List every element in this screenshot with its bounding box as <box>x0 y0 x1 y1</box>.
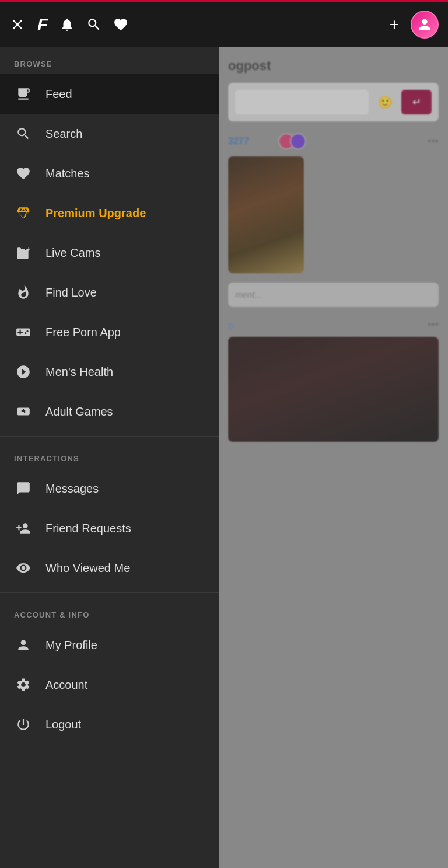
content-area: ogpost 🙂 ↵ 3277 rolex ••• ment... <box>219 47 448 868</box>
sidebar-item-messages[interactable]: Messages <box>0 469 219 508</box>
bell-icon[interactable] <box>60 17 75 32</box>
second-post-image <box>228 337 439 442</box>
comment-area[interactable]: ment... <box>228 283 439 307</box>
close-icon[interactable] <box>9 16 26 33</box>
sidebar-item-feed[interactable]: Feed <box>0 74 219 114</box>
divider-2 <box>0 592 219 593</box>
sidebar-item-whoviewed-label: Who Viewed Me <box>46 562 130 575</box>
main-layout: BROWSE Feed Search Matches <box>0 47 448 868</box>
sidebar-item-premium-label: Premium Upgrade <box>46 207 146 220</box>
sidebar-item-livecams[interactable]: Live Cams <box>0 233 219 273</box>
post-username: 3277 <box>228 136 249 147</box>
sidebar-item-findlove-label: Find Love <box>46 286 97 299</box>
sidebar-item-feed-label: Feed <box>46 88 72 101</box>
sidebar-item-myprofile-label: My Profile <box>46 639 97 652</box>
avatar[interactable] <box>411 11 439 39</box>
sidebar-item-findlove[interactable]: Find Love <box>0 273 219 312</box>
gamepad-icon <box>14 323 33 341</box>
browse-section-label: BROWSE <box>0 47 219 74</box>
power-icon <box>14 715 33 734</box>
post-username2: rolex <box>255 137 272 146</box>
feed-icon <box>14 85 33 103</box>
sidebar-item-logout[interactable]: Logout <box>0 705 219 744</box>
comment-input[interactable] <box>235 90 369 114</box>
sidebar: BROWSE Feed Search Matches <box>0 47 219 868</box>
health-icon <box>14 362 33 381</box>
comment-input-row: 🙂 ↵ <box>228 83 439 121</box>
sidebar-item-livecams-label: Live Cams <box>46 246 100 260</box>
post-title: ogpost <box>228 58 439 74</box>
top-nav-bar: F + <box>0 0 448 47</box>
sidebar-item-logout-label: Logout <box>46 718 81 731</box>
account-section-label: ACCOUNT & INFO <box>0 598 219 625</box>
sidebar-item-freeporn[interactable]: Free Porn App <box>0 312 219 352</box>
sidebar-item-freeporn-label: Free Porn App <box>46 326 121 339</box>
sidebar-item-whoviewed[interactable]: Who Viewed Me <box>0 548 219 588</box>
sidebar-item-matches-label: Matches <box>46 167 90 180</box>
interactions-section-label: INTERACTIONS <box>0 441 219 469</box>
comment-placeholder-text: ment... <box>235 290 262 299</box>
sidebar-item-messages-label: Messages <box>46 482 99 496</box>
emoji-button[interactable]: 🙂 <box>374 92 396 113</box>
sidebar-item-account-label: Account <box>46 678 88 692</box>
gear-icon <box>14 675 33 694</box>
eye-icon <box>14 559 33 577</box>
sidebar-item-search-label: Search <box>46 127 82 141</box>
heart-icon[interactable] <box>113 17 128 32</box>
adduser-icon <box>14 519 33 538</box>
post-image <box>228 156 304 273</box>
chat-icon <box>14 479 33 498</box>
app-logo[interactable]: F <box>37 15 48 34</box>
search-nav-icon <box>14 124 33 143</box>
divider-1 <box>0 436 219 437</box>
diamond-icon <box>14 204 33 222</box>
send-button[interactable]: ↵ <box>401 90 432 114</box>
sidebar-item-menshealth[interactable]: Men's Health <box>0 352 219 392</box>
sidebar-item-premium[interactable]: Premium Upgrade <box>0 193 219 233</box>
search-icon[interactable] <box>86 17 102 32</box>
second-post-username: p <box>228 320 233 330</box>
sidebar-item-matches[interactable]: Matches <box>0 154 219 193</box>
post-header: 3277 rolex ••• <box>228 133 439 149</box>
sidebar-item-search[interactable]: Search <box>0 114 219 154</box>
svg-point-0 <box>22 251 26 255</box>
sidebar-item-friendrequests[interactable]: Friend Requests <box>0 508 219 548</box>
sidebar-item-menshealth-label: Men's Health <box>46 365 113 379</box>
sidebar-item-adultgames-label: Adult Games <box>46 405 113 419</box>
controller-icon <box>14 402 33 421</box>
sidebar-item-adultgames[interactable]: Adult Games <box>0 392 219 431</box>
more-options-button[interactable]: ••• <box>428 135 439 148</box>
add-icon[interactable]: + <box>390 15 399 34</box>
second-post-header: p ••• <box>228 319 439 331</box>
person-icon <box>14 636 33 654</box>
flame-icon <box>14 283 33 302</box>
sidebar-item-myprofile[interactable]: My Profile <box>0 625 219 665</box>
heart-nav-icon <box>14 164 33 183</box>
post-avatar-2 <box>290 133 306 149</box>
sidebar-item-account[interactable]: Account <box>0 665 219 705</box>
second-more-options-button[interactable]: ••• <box>428 319 439 331</box>
camera-icon <box>14 243 33 262</box>
sidebar-item-friendrequests-label: Friend Requests <box>46 522 131 535</box>
post-avatars <box>278 133 306 149</box>
